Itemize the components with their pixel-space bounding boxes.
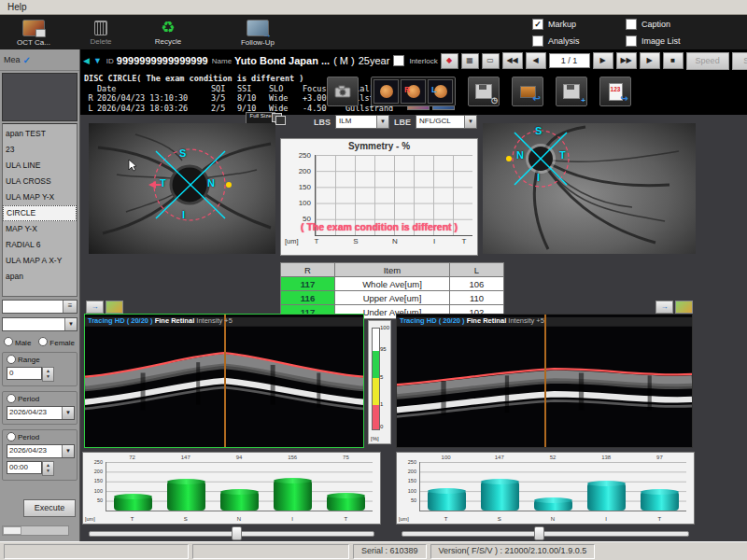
time-updown-buttons[interactable]: ▲▼ xyxy=(42,461,54,476)
fundus-image-right-eye[interactable]: S T N I xyxy=(89,123,275,254)
book-lookup-icon[interactable]: ≡ xyxy=(63,301,77,313)
image-mode-button[interactable] xyxy=(106,301,123,314)
first-exam-button[interactable]: ◀◀ xyxy=(502,52,523,69)
caption-checkbox[interactable]: Caption xyxy=(626,19,719,30)
scan-position-cursor[interactable] xyxy=(224,315,226,447)
play-button[interactable]: ▶ xyxy=(640,52,660,69)
scan-header: Tracing HD ( 20/20 ) Fine Retinal Intens… xyxy=(400,316,544,325)
period2-time-stepper: 00:00 ▲▼ xyxy=(7,461,75,476)
patient-name-label: Name xyxy=(212,57,232,65)
follow-up-button[interactable]: Follow-Up xyxy=(224,17,291,49)
swap-view-button[interactable]: → xyxy=(655,301,673,314)
period2-radio[interactable]: Period xyxy=(7,432,75,441)
left-scan-slider[interactable] xyxy=(89,528,374,538)
y-tick: 100 xyxy=(398,488,416,494)
period1-date-dropdown[interactable]: 2026/04/23 ▼ xyxy=(7,406,75,420)
oct-bscan-right-eye[interactable]: Tracing HD ( 20/20 ) Fine Retinal Intens… xyxy=(84,314,364,448)
sidebar-check-icon: ✓ xyxy=(23,55,31,65)
report-button[interactable]: 123 ↪ xyxy=(599,77,631,106)
delete-button[interactable]: Delete xyxy=(67,17,134,49)
list-item-selected[interactable]: CIRCLE xyxy=(3,205,77,221)
execute-button[interactable]: Execute xyxy=(23,499,76,517)
bar-value-label: 138 xyxy=(580,455,633,460)
list-item[interactable]: ULA MAP Y-X xyxy=(3,189,77,205)
lbs-dropdown[interactable]: ILM ▼ xyxy=(335,115,389,129)
right-scan-slider[interactable] xyxy=(402,528,689,538)
report-tool-button[interactable]: ◆ xyxy=(441,53,458,69)
analysis-checkbox[interactable]: Analysis xyxy=(532,35,626,47)
range-radio[interactable]: Range xyxy=(7,355,75,364)
import-data-button[interactable]: ↩ xyxy=(512,77,543,106)
x-tick: I xyxy=(425,237,444,245)
list-item[interactable]: apan TEST xyxy=(3,126,77,142)
image-mode-button[interactable] xyxy=(675,301,693,314)
speed-button[interactable]: Speed xyxy=(686,52,729,70)
menu-help[interactable]: Help xyxy=(7,2,27,12)
x-tick: S xyxy=(472,516,526,522)
list-item[interactable]: RADIAL 6 xyxy=(3,237,77,253)
sidebar-horizontal-scrollbar[interactable] xyxy=(2,525,69,536)
right-eye-button[interactable]: R xyxy=(401,79,426,104)
lbe-dropdown[interactable]: NFL/GCL ▼ xyxy=(416,115,477,129)
fundus-photo xyxy=(483,123,696,254)
stop-button[interactable]: ■ xyxy=(663,52,684,69)
scale-unit: [%] xyxy=(371,436,379,441)
next-exam-button[interactable]: ▶ xyxy=(593,52,613,69)
tile-view-button[interactable]: ▦ xyxy=(461,53,479,69)
last-exam-button[interactable]: ▶▶ xyxy=(616,52,637,69)
menu-bar: Help xyxy=(0,0,747,15)
left-scan-toolbar: → xyxy=(86,301,123,314)
previous-exam-button[interactable]: ◀ xyxy=(526,52,546,69)
tsnit-bar xyxy=(220,492,259,511)
scale-segment-yellow xyxy=(373,378,379,405)
both-eyes-button[interactable] xyxy=(374,79,399,104)
period2-date-dropdown[interactable]: 2026/04/23 ▼ xyxy=(7,444,75,458)
interlock-checkbox[interactable]: Interlock xyxy=(393,55,437,66)
scale-tick: 1 xyxy=(380,401,383,407)
range-group: Range 0 ▲▼ xyxy=(2,352,78,386)
camera-icon[interactable] xyxy=(327,77,359,106)
comment-input[interactable]: ≡ xyxy=(2,300,78,314)
chevron-down-icon: ▼ xyxy=(376,116,388,128)
main-toolbar: OCT Ca... Delete ♻ Recycle Follow-Up ✓ M… xyxy=(0,15,747,50)
patient-id-value: 9999999999999999 xyxy=(117,55,208,66)
left-eye-button[interactable]: L xyxy=(428,79,453,104)
male-radio[interactable]: Male xyxy=(4,337,31,347)
analysis-icon-strip: R L ◷ ↩ + 123 ↪ xyxy=(327,77,631,106)
export-save-button[interactable]: + xyxy=(556,77,587,106)
recycle-button[interactable]: ♻ Recycle xyxy=(134,17,202,49)
link-view-button[interactable]: ▭ xyxy=(482,53,500,69)
patient-name-value: Yuto Bond Japan ... xyxy=(234,55,330,66)
scan-position-cursor[interactable] xyxy=(544,315,546,447)
slider-thumb[interactable] xyxy=(232,526,242,540)
filter-dropdown[interactable]: ▼ xyxy=(2,317,78,331)
list-item[interactable]: ULA MAP A X-Y xyxy=(3,253,77,269)
import-arrow-icon: ↩ xyxy=(533,93,541,104)
y-tick: 250 xyxy=(285,151,311,160)
history-compare-button[interactable]: ◷ xyxy=(468,77,500,106)
range-updown-buttons[interactable]: ▲▼ xyxy=(42,367,54,382)
period-group-2: Period 2026/04/23 ▼ 00:00 ▲▼ xyxy=(2,429,78,481)
period1-radio[interactable]: Period xyxy=(7,394,75,403)
female-radio[interactable]: Female xyxy=(38,337,75,347)
list-item[interactable]: MAP Y-X xyxy=(3,221,77,237)
list-item[interactable]: ULA LINE xyxy=(3,158,77,174)
save-button[interactable]: Save xyxy=(732,52,747,70)
slider-thumb[interactable] xyxy=(534,526,544,540)
fundus-image-left-eye[interactable]: S N T I xyxy=(483,123,696,254)
list-item[interactable]: apan xyxy=(3,269,77,285)
temporal-marker: T xyxy=(559,149,566,161)
bar-value-label: 94 xyxy=(212,455,265,460)
floppy-disk-icon xyxy=(563,84,580,99)
collapse-panel-icon[interactable]: ◀ xyxy=(83,56,90,65)
image-list-checkbox[interactable]: Image List xyxy=(626,35,719,47)
camera-glyph xyxy=(334,85,351,98)
oct-capture-button[interactable]: OCT Ca... xyxy=(0,17,67,49)
range-value-field[interactable]: 0 xyxy=(7,367,42,380)
period2-time-field[interactable]: 00:00 xyxy=(7,461,42,474)
list-item[interactable]: 23 xyxy=(3,142,77,158)
swap-view-button[interactable]: → xyxy=(86,301,104,314)
oct-bscan-left-eye[interactable]: Tracing HD ( 20/20 ) Fine Retinal Intens… xyxy=(396,314,693,448)
list-item[interactable]: ULA CROSS xyxy=(3,174,77,189)
markup-checkbox[interactable]: ✓ Markup xyxy=(532,19,626,30)
